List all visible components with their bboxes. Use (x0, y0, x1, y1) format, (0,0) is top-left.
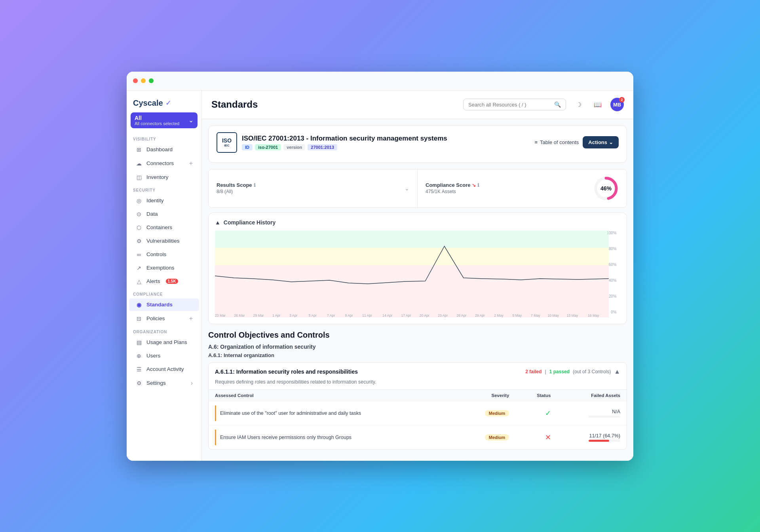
actions-label: Actions (588, 139, 607, 145)
svg-text:14 Apr: 14 Apr (382, 313, 392, 317)
svg-text:20%: 20% (609, 294, 617, 298)
standard-header: ISO IEC ISO/IEC 27001:2013 - Information… (217, 132, 619, 153)
failed-assets-cell: N/A (557, 401, 627, 425)
compliance-history-section: ▲ Compliance History 100% 80% 60% 40% 20… (208, 213, 627, 324)
severity-bar (215, 405, 216, 421)
sidebar-item-inventory[interactable]: ◫ Inventory (129, 171, 199, 184)
svg-text:7 May: 7 May (531, 313, 540, 317)
sidebar-item-account-activity[interactable]: ☰ Account Activity (129, 363, 199, 376)
sidebar-item-controls[interactable]: ∞ Controls (129, 248, 199, 261)
sidebar-label-alerts: Alerts (146, 278, 160, 284)
theme-toggle-button[interactable]: ☽ (572, 98, 585, 111)
sidebar-item-users[interactable]: ⊕ Users (129, 350, 199, 362)
sidebar-label-exemptions: Exemptions (146, 265, 175, 271)
control-meta: 2 failed | 1 passed (out of 3 Controls) … (525, 368, 620, 375)
sidebar-item-dashboard[interactable]: ⊞ Dashboard (129, 143, 199, 156)
sidebar-item-policies[interactable]: ⊟ Policies + (129, 312, 199, 325)
sidebar-item-usage[interactable]: ▤ Usage and Plans (129, 336, 199, 349)
table-of-contents-button[interactable]: ≡ Table of contents (534, 139, 579, 145)
sidebar-item-exemptions[interactable]: ↗ Exemptions (129, 262, 199, 274)
scope-dropdown-icon[interactable]: ⌄ (405, 185, 409, 192)
inventory-icon: ◫ (135, 174, 142, 180)
sidebar-label-vulnerabilities: Vulnerabilities (146, 238, 180, 244)
docs-button[interactable]: 📖 (591, 98, 604, 111)
users-icon: ⊕ (135, 353, 142, 359)
total-controls-text: (out of 3 Controls) (573, 369, 611, 374)
failed-link[interactable]: 2 failed (525, 369, 542, 374)
control-label-text: Eliminate use of the "root" user for adm… (220, 410, 361, 416)
controls-icon: ∞ (135, 251, 142, 258)
standard-actions: ≡ Table of contents Actions ⌄ (534, 136, 619, 148)
failed-assets-display-2: 11/17 (64.7%) (564, 433, 620, 442)
search-bar[interactable]: 🔍 (463, 99, 566, 110)
svg-text:9 Apr: 9 Apr (345, 313, 353, 317)
sidebar-item-alerts[interactable]: △ Alerts 1.5K (129, 275, 199, 288)
sidebar-label-usage: Usage and Plans (146, 339, 187, 345)
col-status: Status (515, 390, 557, 401)
failed-assets-cell-2: 11/17 (64.7%) (557, 425, 627, 449)
tag-row: ID iso-27001 version 27001:2013 (242, 144, 530, 150)
sidebar-label-standards: Standards (146, 302, 173, 308)
table-row: Ensure IAM Users receive permissions onl… (209, 425, 627, 449)
app-window: Cyscale ✓ All All connectors selected ⌄ … (127, 72, 633, 461)
section-visibility-label: VISIBILITY (127, 133, 201, 143)
control-description: Requires defining roles and responsibili… (209, 379, 627, 390)
notification-badge: 2 (619, 97, 625, 103)
sidebar-item-data[interactable]: ⊙ Data (129, 208, 199, 220)
control-label-cell: Eliminate use of the "root" user for adm… (209, 401, 458, 425)
window-minimize-btn[interactable] (141, 78, 146, 83)
dashboard-icon: ⊞ (135, 146, 142, 153)
controls-section: Control Objectives and Controls A.6: Org… (208, 331, 627, 454)
connectors-add-icon[interactable]: + (189, 160, 193, 167)
scope-box: Results Scope ℹ 8/8 (All) ⌄ (209, 169, 418, 207)
window-close-btn[interactable] (133, 78, 138, 83)
sidebar-item-identity[interactable]: ◎ Identity (129, 194, 199, 207)
alerts-badge: 1.5K (166, 279, 178, 284)
sidebar-item-standards[interactable]: ◉ Standards (129, 298, 199, 311)
actions-button[interactable]: Actions ⌄ (583, 136, 619, 148)
svg-text:17 Apr: 17 Apr (401, 313, 411, 317)
avatar-initials: MB (613, 102, 621, 108)
connector-selector[interactable]: All All connectors selected ⌄ (131, 112, 198, 128)
logo-text: Cyscale (133, 99, 163, 108)
standards-icon: ◉ (135, 302, 142, 308)
scope-info-icon: ℹ (254, 182, 256, 188)
tag-id-value: iso-27001 (255, 144, 281, 150)
control-label-cell-2: Ensure IAM Users receive permissions onl… (209, 425, 458, 449)
sidebar-label-controls: Controls (146, 251, 166, 257)
connector-dropdown-icon: ⌄ (188, 116, 194, 124)
svg-text:40%: 40% (609, 278, 617, 282)
sidebar-item-vulnerabilities[interactable]: ⚙ Vulnerabilities (129, 235, 199, 247)
passed-link[interactable]: 1 passed (549, 369, 570, 374)
tag-version-value: 27001:2013 (308, 144, 337, 150)
connector-sub-label: All connectors selected (135, 121, 179, 126)
sidebar-label-dashboard: Dashboard (146, 146, 173, 152)
identity-icon: ◎ (135, 198, 142, 204)
svg-text:1 Apr: 1 Apr (272, 313, 280, 317)
content-header: Standards 🔍 ☽ 📖 MB 2 (202, 91, 633, 119)
svg-text:23 Mar: 23 Mar (215, 313, 226, 317)
svg-text:20 Apr: 20 Apr (420, 313, 429, 317)
control-item-a611: A.6.1.1: Information security roles and … (208, 362, 627, 450)
sidebar-item-settings[interactable]: ⚙ Settings › (129, 376, 199, 390)
sidebar-logo: Cyscale ✓ (127, 91, 201, 112)
sidebar-item-connectors[interactable]: ☁ Connectors + (129, 157, 199, 170)
section-organization-label: ORGANIZATION (127, 326, 201, 336)
failed-bar-fill-2 (589, 440, 609, 442)
window-maximize-btn[interactable] (149, 78, 154, 83)
sidebar-item-containers[interactable]: ⬡ Containers (129, 221, 199, 234)
compliance-history-toggle[interactable]: ▲ Compliance History (215, 219, 620, 226)
svg-text:2 May: 2 May (494, 313, 504, 317)
collapse-button[interactable]: ▲ (614, 368, 620, 375)
policies-add-icon[interactable]: + (189, 315, 193, 322)
window-top-bar (127, 72, 633, 91)
vulnerabilities-icon: ⚙ (135, 238, 142, 244)
avatar[interactable]: MB 2 (610, 98, 624, 111)
assessed-control-table: Assessed Control Severity Status Failed … (209, 390, 627, 449)
failed-bar-bg-2 (589, 440, 620, 442)
search-input[interactable] (468, 102, 551, 108)
standard-name: ISO/IEC 27001:2013 - Information securit… (242, 135, 530, 142)
objective-label: A.6: Organization of information securit… (208, 344, 627, 350)
score-box: Compliance Score ↘ ℹ 475/1K Assets 46% (418, 169, 627, 207)
control-label-with-bar: Eliminate use of the "root" user for adm… (215, 405, 451, 421)
